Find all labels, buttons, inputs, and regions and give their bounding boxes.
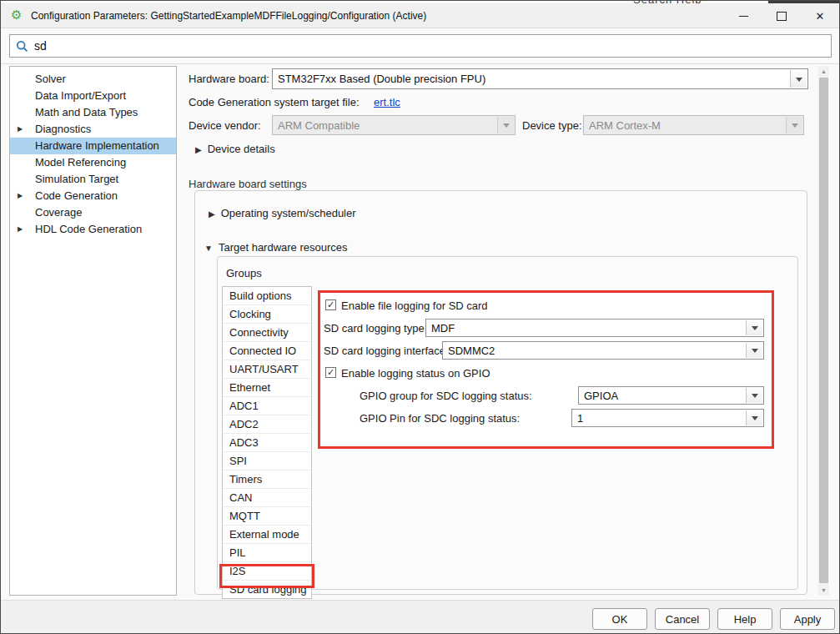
check-icon: ✓ — [327, 299, 334, 309]
groups-title: Groups — [226, 267, 262, 279]
target-resources-expander[interactable]: ▼Target hardware resources — [204, 241, 348, 254]
group-item-adc1[interactable]: ADC1 — [223, 397, 311, 415]
expand-arrow-icon[interactable]: ▶ — [18, 188, 23, 204]
board-settings-panel: ▶Operating system/scheduler ▼Target hard… — [194, 190, 807, 595]
sd-logging-interface-label: SD card logging interface: — [324, 345, 449, 357]
device-vendor-combobox: ARM Compatible — [272, 115, 516, 135]
group-item-build-options[interactable]: Build options — [223, 287, 311, 305]
scroll-up-icon: ▲ — [821, 68, 827, 74]
group-item-uart-usart[interactable]: UART/USART — [223, 360, 311, 379]
sidebar-item-simulation-target[interactable]: Simulation Target — [10, 171, 176, 188]
group-item-connected-io[interactable]: Connected IO — [223, 342, 311, 360]
target-file-label: Code Generation system target file: — [189, 96, 360, 108]
group-item-sd-card-logging[interactable]: SD card logging — [223, 581, 311, 598]
group-item-mqtt[interactable]: MQTT — [223, 507, 311, 526]
group-item-timers[interactable]: Timers — [223, 470, 311, 489]
collapsed-arrow-icon: ▶ — [209, 209, 215, 219]
hardware-board-label: Hardware board: — [189, 73, 269, 85]
sd-card-logging-settings-box: ✓ Enable file logging for SD card SD car… — [318, 290, 774, 449]
group-item-ethernet[interactable]: Ethernet — [223, 379, 311, 397]
dropdown-arrow-icon — [786, 117, 802, 133]
sidebar-item-code-generation[interactable]: ▶Code Generation — [10, 188, 176, 204]
dropdown-arrow-icon[interactable] — [790, 70, 807, 88]
dropdown-arrow-icon[interactable] — [746, 320, 762, 335]
os-scheduler-expander[interactable]: ▶Operating system/scheduler — [209, 207, 356, 219]
scroll-up-button[interactable]: ▲ — [818, 66, 829, 77]
group-item-clocking[interactable]: Clocking — [223, 305, 311, 324]
group-item-can[interactable]: CAN — [223, 489, 311, 507]
dropdown-arrow-icon[interactable] — [746, 410, 762, 425]
dropdown-arrow-icon — [497, 117, 514, 133]
apply-button[interactable]: Apply — [780, 608, 835, 630]
group-item-adc3[interactable]: ADC3 — [223, 434, 311, 452]
group-item-connectivity[interactable]: Connectivity — [223, 324, 311, 342]
sd-logging-type-label: SD card logging type: — [324, 322, 427, 335]
dropdown-arrow-icon[interactable] — [746, 388, 762, 403]
gpio-pin-combobox[interactable]: 1 — [571, 409, 764, 427]
group-item-i2s[interactable]: I2S — [223, 562, 311, 581]
enable-sd-logging-checkbox[interactable]: ✓ — [325, 299, 336, 310]
sidebar-item-math-and-data-types[interactable]: Math and Data Types — [10, 104, 176, 121]
sidebar-item-hdl-code-generation[interactable]: ▶HDL Code Generation — [10, 221, 176, 238]
help-button[interactable]: Help — [717, 608, 772, 630]
collapsed-arrow-icon: ▶ — [195, 145, 202, 154]
sd-logging-type-combobox[interactable]: MDF — [425, 319, 764, 337]
app-gear-icon: ⚙ — [11, 8, 22, 23]
check-icon: ✓ — [327, 367, 334, 377]
group-item-adc2[interactable]: ADC2 — [223, 415, 311, 434]
groups-list: Build options Clocking Connectivity Conn… — [222, 286, 312, 599]
search-input[interactable]: sd — [9, 34, 832, 58]
sidebar-item-coverage[interactable]: Coverage — [10, 204, 176, 221]
device-type-combobox: ARM Cortex-M — [583, 115, 804, 135]
board-settings-title: Hardware board settings — [189, 178, 307, 190]
expand-arrow-icon[interactable]: ▶ — [18, 221, 23, 238]
device-type-label: Device type: — [522, 119, 582, 132]
sidebar-item-diagnostics[interactable]: ▶Diagnostics — [10, 121, 176, 138]
group-item-pil[interactable]: PIL — [223, 544, 311, 562]
hardware-board-combobox[interactable]: STM32F7xx Based (Double precision FPU) — [272, 68, 808, 89]
scrollbar-thumb[interactable] — [819, 78, 828, 583]
enable-gpio-status-checkbox[interactable]: ✓ — [325, 367, 336, 378]
search-query: sd — [34, 39, 47, 53]
group-item-spi[interactable]: SPI — [223, 452, 311, 470]
gpio-group-combobox[interactable]: GPIOA — [578, 386, 764, 405]
minimize-icon — [739, 16, 748, 17]
sd-logging-interface-combobox[interactable]: SDMMC2 — [442, 341, 764, 360]
ok-button[interactable]: OK — [592, 608, 647, 630]
sidebar-item-solver[interactable]: Solver — [10, 71, 176, 88]
gpio-pin-label: GPIO Pin for SDC logging status: — [360, 412, 520, 425]
ert-tlc-link[interactable]: ert.tlc — [374, 96, 400, 108]
group-item-external-mode[interactable]: External mode — [223, 526, 311, 544]
category-sidebar: Solver Data Import/Export Math and Data … — [9, 66, 177, 596]
window-title: Configuration Parameters: GettingStarted… — [31, 10, 426, 22]
cancel-button[interactable]: Cancel — [655, 608, 710, 630]
expanded-arrow-icon: ▼ — [204, 244, 213, 253]
sidebar-item-hardware-implementation[interactable]: Hardware Implementation — [10, 138, 176, 154]
device-vendor-label: Device vendor: — [189, 119, 261, 132]
divider — [1, 63, 839, 64]
sidebar-item-model-referencing[interactable]: Model Referencing — [10, 154, 176, 171]
enable-sd-logging-label[interactable]: Enable file logging for SD card — [341, 299, 488, 312]
maximize-icon — [777, 12, 787, 21]
vertical-scrollbar[interactable]: ▲ ▼ — [818, 66, 829, 596]
scroll-down-button[interactable]: ▼ — [818, 585, 829, 596]
maximize-button[interactable] — [762, 4, 801, 28]
expand-arrow-icon[interactable]: ▶ — [18, 121, 23, 138]
dropdown-arrow-icon[interactable] — [746, 343, 762, 358]
minimize-button[interactable] — [724, 4, 762, 28]
scroll-down-icon: ▼ — [821, 587, 827, 593]
gpio-group-label: GPIO group for SDC logging status: — [360, 390, 532, 402]
configuration-parameters-window: Search Help ⚙ Configuration Parameters: … — [0, 0, 840, 634]
device-details-expander[interactable]: ▶Device details — [195, 143, 275, 155]
sidebar-item-data-import-export[interactable]: Data Import/Export — [10, 88, 176, 104]
dialog-footer: OK Cancel Help Apply — [1, 600, 839, 634]
search-icon — [16, 40, 28, 53]
target-resources-panel: Groups Build options Clocking Connectivi… — [217, 256, 798, 590]
close-icon: ✕ — [816, 11, 825, 22]
enable-gpio-status-label[interactable]: Enable logging status on GPIO — [341, 367, 490, 380]
close-button[interactable]: ✕ — [801, 4, 839, 28]
title-bar: ⚙ Configuration Parameters: GettingStart… — [1, 3, 839, 28]
